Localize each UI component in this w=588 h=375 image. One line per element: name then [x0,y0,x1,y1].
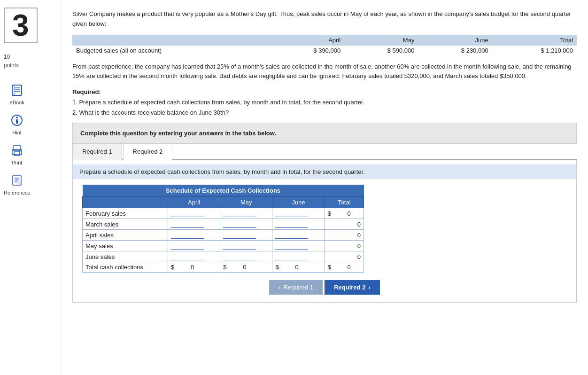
input-april-april[interactable] [171,231,204,239]
cell-may-may [220,241,272,251]
dollar-total-april: $ [171,264,174,271]
cell-feb-april [168,208,220,219]
budget-col-total: Total [492,35,577,46]
table-row: June sales 0 [83,251,364,262]
input-april-june[interactable] [275,231,308,239]
required-item-2: 2. What is the accounts receivable balan… [72,109,229,116]
hint-icon [9,113,24,128]
cell-march-total: 0 [325,219,364,230]
schedule-area: Prepare a schedule of expected cash coll… [72,160,577,303]
table-row-total: Total cash collections $ 0 $ 0 [83,262,364,273]
budget-row: Budgeted sales (all on account) $ 390,00… [72,46,577,55]
row-label-june: June sales [83,251,168,262]
sched-col-april: April [168,197,220,208]
cell-april-june [272,230,325,241]
input-feb-may[interactable] [223,210,256,217]
hint-label: Hint [12,130,22,135]
budget-total: $ 1,210,000 [492,46,577,55]
main-content: Silver Company makes a product that is v… [61,0,588,375]
instruction-bar: Prepare a schedule of expected cash coll… [73,164,576,179]
input-may-may[interactable] [223,242,256,250]
total-row-label: Total cash collections [83,262,168,273]
cell-june-may [220,251,272,262]
cell-june-june [272,251,325,262]
budget-april: $ 390,000 [271,46,344,55]
budget-table: April May June Total Budgeted sales (all… [72,35,577,55]
input-june-may[interactable] [223,253,256,260]
instruction-text: Prepare a schedule of expected cash coll… [79,168,365,175]
points-value: 10 [4,54,10,60]
svg-rect-10 [14,152,20,156]
sched-col-label [83,197,168,208]
prev-label: Required 1 [284,284,314,291]
required-item-1: 1. Prepare a schedule of expected cash c… [72,99,364,106]
complete-box: Complete this question by entering your … [72,123,577,144]
cell-total-may: $ 0 [220,262,272,273]
input-may-june[interactable] [275,242,308,250]
references-icon [9,173,24,188]
ebook-tool[interactable]: eBook [4,83,30,105]
prev-icon: ‹ [279,284,280,291]
input-march-june[interactable] [275,220,308,228]
tabs-container: Required 1 Required 2 [72,144,577,160]
print-tool[interactable]: Print [4,143,30,165]
budget-row-label: Budgeted sales (all on account) [72,46,271,55]
cell-feb-may [220,208,272,219]
cell-june-april [168,251,220,262]
budget-col-label [72,35,271,46]
input-march-april[interactable] [171,220,204,228]
row-label-may: May sales [83,241,168,251]
input-may-april[interactable] [171,242,204,250]
input-april-may[interactable] [223,231,256,239]
input-june-june[interactable] [275,253,308,260]
table-row: February sales $0 [83,208,364,219]
table-row: April sales 0 [83,230,364,241]
problem-text1: Silver Company makes a product that is v… [72,9,577,29]
svg-rect-16 [17,181,21,184]
cell-march-april [168,219,220,230]
points-block: 10 points [4,53,19,70]
cell-march-may [220,219,272,230]
budget-col-june: June [418,35,492,46]
dollar-total-total: $ [328,264,331,271]
svg-rect-7 [16,119,18,124]
tab-required2[interactable]: Required 2 [123,144,173,160]
sched-col-total: Total [325,197,364,208]
svg-rect-1 [14,85,15,95]
required-label: Required: [72,88,101,95]
print-label: Print [12,160,23,165]
value-total-april: 0 [175,264,194,271]
cell-may-april [168,241,220,251]
prev-button[interactable]: ‹ Required 1 [269,280,323,295]
schedule-table: Schedule of Expected Cash Collections Ap… [82,185,364,273]
ebook-icon [9,83,24,98]
schedule-wrapper: Schedule of Expected Cash Collections Ap… [73,185,576,273]
tab-required1[interactable]: Required 1 [72,144,122,160]
dollar-feb: $ [328,210,331,217]
hint-tool[interactable]: Hint [4,113,30,135]
cell-total-total: $ 0 [325,262,364,273]
input-march-may[interactable] [223,220,256,228]
input-feb-april[interactable] [171,210,204,217]
cell-total-april: $ 0 [168,262,220,273]
print-icon [9,143,24,158]
points-unit: points [4,62,19,69]
cell-april-total: 0 [325,230,364,241]
problem-number: 3 [4,8,38,43]
cell-feb-total: $0 [325,208,364,219]
sidebar-tools: eBook Hint Print References [4,83,30,195]
cell-march-june [272,219,325,230]
cell-may-total: 0 [325,241,364,251]
value-total-total: 0 [332,264,351,271]
input-feb-june[interactable] [275,210,308,217]
problem-text2: From past experience, the company has le… [72,62,577,82]
table-row: May sales 0 [83,241,364,251]
input-june-april[interactable] [171,253,204,260]
references-tool[interactable]: References [4,173,30,195]
dollar-total-june: $ [275,264,279,271]
sched-col-may: May [220,197,272,208]
sched-col-june: June [272,197,325,208]
sidebar: 3 10 points eBook Hint Prin [0,0,61,375]
dollar-total-may: $ [223,264,226,271]
next-button[interactable]: Required 2 › [325,280,380,295]
